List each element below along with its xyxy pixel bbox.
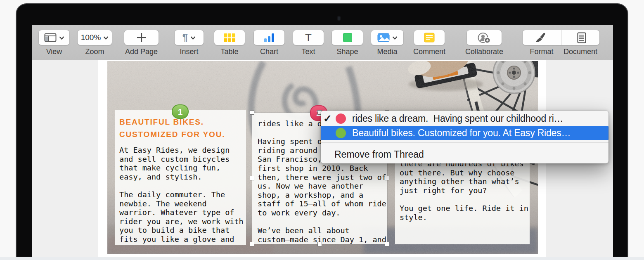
selection-handle-bottom-mid[interactable]: [317, 242, 322, 246]
text-button[interactable]: T Text: [293, 25, 324, 60]
view-button[interactable]: View: [38, 25, 70, 60]
table-label: Table: [220, 47, 238, 56]
insert-label: Insert: [180, 47, 198, 56]
menu-item-thread-2[interactable]: Beautiful bikes. Customized for you. At …: [321, 126, 608, 140]
shape-icon: [343, 33, 352, 42]
menu-item-thread-1[interactable]: ✓ rides like a dream. Having spent our c…: [321, 111, 608, 126]
zoom-value: 100%: [81, 33, 101, 42]
chevron-down-icon: [392, 36, 398, 40]
format-brush-icon: [535, 32, 546, 43]
format-button[interactable]: [523, 30, 559, 45]
green-comment-dot-icon: [336, 128, 346, 138]
textbox-left[interactable]: BEAUTIFUL BIKES. CUSTOMIZED FOR YOU. At …: [115, 110, 246, 245]
chevron-down-icon: [103, 36, 109, 40]
segment-divider: [561, 30, 561, 45]
add-page-label: Add Page: [125, 47, 158, 56]
selection-handle-left-mid[interactable]: [250, 176, 254, 180]
screenshot-stage: View 100% Zoom Add Page: [0, 0, 644, 260]
plus-icon: [136, 32, 147, 43]
menu-item-label: Beautiful bikes. Customized for you. At …: [352, 128, 571, 139]
media-icon: [377, 33, 390, 42]
format-label: Format: [522, 47, 561, 56]
zoom-label: Zoom: [85, 47, 104, 56]
thread-context-menu: ✓ rides like a dream. Having spent our c…: [321, 111, 608, 163]
text-icon: T: [305, 32, 312, 43]
pilcrow-icon: ¶: [182, 33, 188, 43]
chart-label: Chart: [260, 47, 278, 56]
collaborate-label: Collaborate: [465, 47, 503, 56]
heading-line-2: CUSTOMIZED FOR YOU.: [119, 130, 225, 139]
media-button[interactable]: Media: [371, 25, 404, 60]
screenshot-crop-strip: [0, 257, 644, 260]
document-icon: [577, 32, 586, 43]
zoom-button[interactable]: 100% Zoom: [77, 25, 112, 60]
comment-button[interactable]: Comment: [414, 25, 445, 60]
remove-from-thread-item[interactable]: Remove from Thread: [321, 145, 608, 163]
selection-handle-bottom-left[interactable]: [250, 242, 254, 246]
selection-handle-bottom-right[interactable]: [385, 242, 389, 246]
comment-badge-1[interactable]: 1: [172, 104, 189, 119]
comment-label: Comment: [413, 47, 445, 56]
heading-line-1: BEAUTIFUL BIKES.: [119, 118, 204, 127]
table-button[interactable]: Table: [214, 25, 245, 60]
webcam-dot: [337, 16, 341, 21]
textbox-right-body: there are hundreds of bikes out there. B…: [400, 159, 528, 222]
menu-item-label: rides like a dream. Having spent our chi…: [352, 113, 563, 124]
pages-toolbar: View 100% Zoom Add Page: [32, 25, 613, 60]
red-comment-dot-icon: [336, 113, 346, 124]
bar-chart-icon: [264, 33, 275, 43]
view-panels-icon: [44, 33, 57, 43]
text-label: Text: [301, 47, 315, 56]
document-label: Document: [561, 47, 600, 56]
selection-handle-top-left[interactable]: [250, 110, 254, 115]
collaborate-button[interactable]: Collaborate: [466, 25, 502, 60]
mac-screen: View 100% Zoom Add Page: [32, 25, 613, 257]
table-icon: [223, 33, 236, 43]
chevron-down-icon: [190, 36, 196, 40]
comment-icon: [424, 33, 435, 43]
checkmark-icon: ✓: [323, 113, 336, 125]
chart-button[interactable]: Chart: [253, 25, 285, 60]
menu-separator: [321, 142, 608, 143]
textbox-left-body: At Easy Rides, we design and sell custom…: [119, 146, 244, 244]
format-document-segment: Format Document: [522, 25, 600, 60]
view-label: View: [46, 47, 62, 56]
chevron-down-icon: [59, 36, 64, 40]
media-label: Media: [377, 47, 397, 56]
add-page-button[interactable]: Add Page: [124, 25, 159, 60]
document-button[interactable]: [564, 30, 600, 45]
shape-button[interactable]: Shape: [331, 25, 363, 60]
insert-button[interactable]: ¶ Insert: [174, 25, 204, 60]
selection-handle-right-mid[interactable]: [385, 176, 389, 180]
shape-label: Shape: [336, 47, 358, 56]
collaborate-icon: [478, 32, 491, 43]
